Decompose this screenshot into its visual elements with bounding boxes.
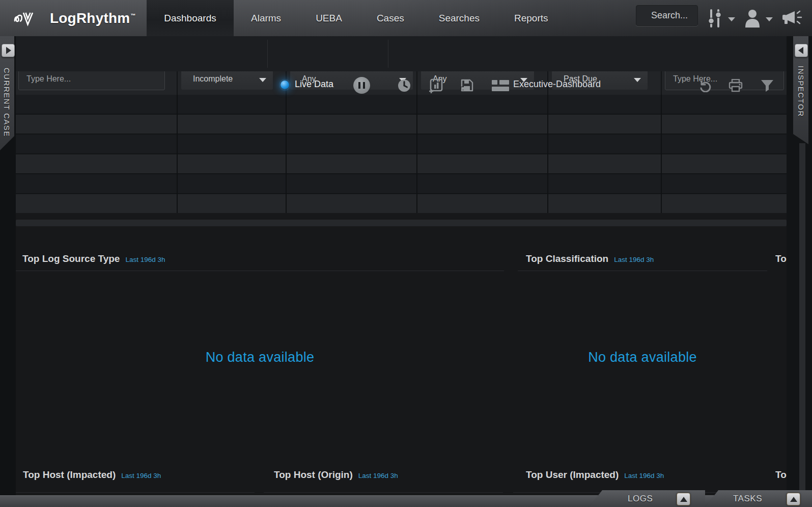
add-widget-icon[interactable] (428, 78, 443, 93)
case-name-filter-input[interactable]: Type Here... (18, 71, 165, 90)
live-data-indicator[interactable] (281, 81, 289, 89)
tab-alarms[interactable]: Alarms (234, 13, 298, 24)
dashboard-content: Type Here... Incomplete Any Any Past Due… (16, 71, 787, 507)
widget-divider (16, 271, 504, 271)
widget-title: Top User (Impacted) (526, 469, 619, 481)
top-navbar: LogRhythm™ Dashboards Alarms UEBA Cases … (0, 0, 812, 36)
widget-title: Top Log Source Type (22, 253, 120, 264)
widget-timeframe[interactable]: Last 196d 3h (358, 472, 398, 479)
expand-current-case-button[interactable] (2, 44, 15, 57)
widget-divider (16, 492, 255, 493)
dashboard-layout-icon[interactable] (492, 80, 509, 91)
clipped-widget-title: To (775, 253, 787, 264)
column-divider (416, 95, 417, 213)
column-divider (416, 71, 417, 95)
tab-ueba[interactable]: UEBA (298, 13, 359, 24)
clipped-widget-title: To (775, 469, 787, 481)
column-divider (177, 95, 178, 213)
no-data-message: No data available (16, 350, 504, 365)
nav-tabs: Alarms UEBA Cases Searches Reports (234, 0, 566, 36)
pause-button[interactable] (353, 77, 370, 94)
widget-header-top-log-source-type: Top Log Source Type Last 196d 3h (22, 253, 165, 264)
print-icon[interactable] (729, 79, 743, 92)
table-row[interactable] (16, 95, 787, 114)
inspector-rail-edge (799, 143, 805, 507)
time-range-clock-icon[interactable] (397, 78, 411, 93)
user-caret-icon[interactable] (766, 17, 773, 21)
current-case-rail: CURRENT CASE (0, 36, 16, 507)
live-data-label: Live Data (295, 79, 333, 90)
chevron-down-icon (259, 78, 266, 82)
logrhythm-logo-icon (13, 9, 44, 28)
toolbar-separator (267, 40, 268, 68)
status-filter-select[interactable]: Incomplete (181, 71, 273, 90)
navbar-icon-group (706, 0, 803, 36)
expand-tasks-button[interactable] (787, 493, 800, 505)
widget-header-top-classification: Top Classification Last 196d 3h (526, 253, 654, 264)
horizontal-scrollbar[interactable] (16, 220, 787, 226)
dashboard-toolbar: Live Data Executive-Dashboard (0, 36, 812, 71)
widget-title: Top Classification (526, 253, 608, 264)
widget-header-top-host-origin: Top Host (Origin) Last 196d 3h (274, 469, 398, 481)
widget-title: Top Host (Impacted) (23, 469, 116, 481)
logrhythm-logo[interactable]: LogRhythm™ (13, 0, 136, 36)
widget-timeframe[interactable]: Last 196d 3h (121, 472, 161, 479)
tasks-tab-label: TASKS (733, 494, 762, 504)
widget-divider (264, 492, 503, 493)
megaphone-icon[interactable] (780, 8, 803, 29)
inspector-label: INSPECTOR (797, 66, 805, 117)
tab-searches[interactable]: Searches (422, 13, 497, 24)
widget-timeframe[interactable]: Last 196d 3h (125, 256, 165, 263)
filter-funnel-icon[interactable] (761, 79, 774, 92)
preferences-sliders-icon[interactable] (706, 8, 724, 29)
widget-title: Top Host (Origin) (274, 469, 353, 481)
tab-dashboards[interactable]: Dashboards (147, 0, 234, 36)
tab-reports[interactable]: Reports (497, 13, 566, 24)
global-search-input[interactable]: Search... (636, 5, 698, 26)
column-divider (661, 95, 662, 213)
column-divider (286, 95, 287, 213)
column-divider (547, 95, 548, 213)
logs-tab-label: LOGS (628, 494, 653, 504)
trademark: ™ (130, 13, 135, 18)
tasks-drawer-tab[interactable]: TASKS (705, 490, 812, 507)
collapse-left-icon (798, 47, 803, 54)
column-divider (661, 71, 662, 95)
save-icon[interactable] (460, 78, 474, 92)
inspector-rail: INSPECTOR (787, 36, 812, 507)
widget-header-top-host-impacted: Top Host (Impacted) Last 196d 3h (23, 469, 161, 481)
toolbar-separator (388, 40, 388, 68)
current-case-label: CURRENT CASE (3, 68, 11, 137)
tab-cases[interactable]: Cases (359, 13, 422, 24)
table-row[interactable] (16, 174, 787, 193)
triangle-up-icon (680, 497, 687, 502)
brand-name: LogRhythm™ (50, 10, 136, 26)
triangle-up-icon (790, 497, 797, 502)
table-row[interactable] (16, 115, 787, 134)
collapse-inspector-button[interactable] (795, 44, 808, 57)
preferences-caret-icon[interactable] (728, 17, 735, 21)
widget-divider (518, 271, 767, 271)
expand-logs-button[interactable] (677, 493, 690, 505)
expand-right-icon (6, 47, 11, 54)
table-row[interactable] (16, 194, 787, 213)
widget-header-top-user-impacted: Top User (Impacted) Last 196d 3h (526, 469, 664, 481)
undo-icon[interactable] (698, 78, 712, 92)
pause-icon (358, 82, 365, 89)
logs-drawer-tab[interactable]: LOGS (589, 490, 705, 507)
widget-timeframe[interactable]: Last 196d 3h (614, 256, 654, 263)
table-row[interactable] (16, 154, 787, 173)
user-icon[interactable] (743, 8, 762, 29)
chevron-down-icon (634, 78, 641, 82)
dashboard-name[interactable]: Executive-Dashboard (513, 79, 601, 90)
column-divider (177, 71, 178, 95)
table-row[interactable] (16, 135, 787, 153)
no-data-message: No data available (518, 350, 767, 365)
widget-timeframe[interactable]: Last 196d 3h (624, 472, 664, 479)
